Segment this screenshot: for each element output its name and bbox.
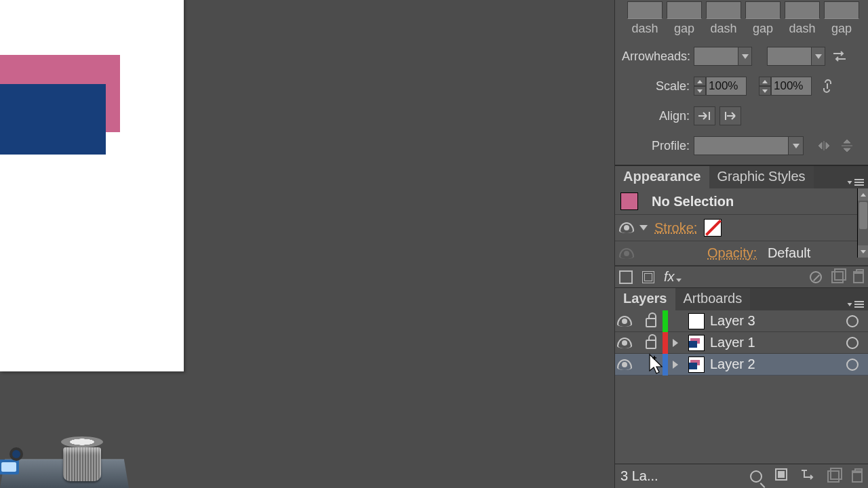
flip-along-icon[interactable]: [816, 138, 832, 154]
layer-name-label[interactable]: Layer 3: [710, 313, 846, 329]
duplicate-item-icon[interactable]: [831, 271, 844, 283]
new-layer-icon[interactable]: [827, 470, 840, 483]
swap-arrowheads-icon[interactable]: [831, 47, 848, 66]
gap-label-1: gap: [674, 22, 694, 36]
arrowheads-label: Arrowheads:: [622, 49, 690, 64]
dock-icon-trash[interactable]: [61, 434, 103, 483]
canvas-area[interactable]: [0, 0, 614, 488]
no-selection-label: No Selection: [652, 194, 734, 209]
gap-input-1[interactable]: [667, 1, 702, 19]
layer-row[interactable]: Layer 1: [615, 332, 868, 354]
layer-thumbnail: [688, 335, 705, 351]
stroke-link[interactable]: Stroke:: [654, 220, 697, 236]
layer-visibility-toggle[interactable]: [615, 338, 639, 348]
gap-label-3: gap: [831, 22, 852, 36]
tab-appearance[interactable]: Appearance: [615, 166, 709, 188]
layer-lock-toggle[interactable]: [639, 314, 663, 327]
visibility-icon[interactable]: [619, 248, 634, 259]
layer-visibility-toggle[interactable]: [615, 316, 639, 327]
scale-label: Scale:: [622, 79, 690, 94]
gap-input-2[interactable]: [745, 1, 781, 19]
profile-dropdown[interactable]: [694, 136, 804, 155]
lock-icon: [646, 318, 656, 327]
arrowhead-start-dropdown[interactable]: [694, 47, 752, 66]
opacity-value: Default: [768, 245, 810, 260]
align-label: Align:: [622, 109, 690, 123]
dock-icon-facetime[interactable]: [0, 439, 24, 483]
dash-gap-row: dash gap dash gap dash gap: [627, 1, 861, 36]
fill-swatch[interactable]: [620, 192, 638, 210]
layer-name-label[interactable]: Layer 1: [710, 335, 846, 350]
chevron-down-icon: [793, 144, 800, 148]
appearance-scrollbar[interactable]: [857, 188, 868, 258]
appearance-opacity-row[interactable]: Opacity: Default: [615, 241, 868, 266]
panel-column: dash gap dash gap dash gap Arrowheads: S…: [614, 0, 868, 488]
layer-target-icon[interactable]: [846, 337, 859, 349]
svg-rect-5: [778, 471, 785, 478]
delete-item-icon[interactable]: [853, 271, 864, 283]
locate-object-icon[interactable]: [750, 470, 762, 483]
chevron-right-icon: [673, 361, 678, 369]
dash-input-3[interactable]: [785, 1, 820, 19]
new-art-layer-icon[interactable]: [642, 271, 654, 283]
layer-target-icon[interactable]: [846, 315, 859, 327]
gap-input-3[interactable]: [824, 1, 859, 19]
layer-thumbnail: [688, 357, 705, 373]
layer-color-chip: [663, 354, 668, 375]
scale-end-stepper[interactable]: [759, 77, 771, 96]
align-arrow-end-button[interactable]: [719, 106, 741, 125]
tab-layers[interactable]: Layers: [615, 288, 675, 310]
panel-menu-icon[interactable]: [842, 298, 868, 310]
svg-point-3: [12, 450, 20, 458]
dash-label-3: dash: [789, 22, 815, 36]
scale-start-stepper[interactable]: [694, 77, 706, 96]
layers-status: 3 La...: [620, 468, 658, 484]
link-scale-icon[interactable]: [818, 77, 836, 96]
opacity-link[interactable]: Opacity:: [707, 245, 757, 260]
scale-end-field[interactable]: 100%: [771, 77, 812, 96]
clear-appearance-icon[interactable]: [810, 271, 822, 283]
delete-layer-icon[interactable]: [852, 470, 863, 483]
chevron-right-icon: [673, 339, 678, 347]
layer-row[interactable]: Layer 3: [615, 310, 868, 332]
scale-start-field[interactable]: 100%: [706, 77, 747, 96]
flip-across-icon[interactable]: [839, 138, 855, 154]
arrowhead-end-dropdown[interactable]: [767, 47, 825, 66]
chevron-down-icon: [742, 54, 749, 59]
artboard[interactable]: [0, 0, 184, 371]
panel-menu-icon[interactable]: [842, 176, 868, 188]
layers-footer: 3 La...: [615, 464, 868, 488]
new-sublayer-icon[interactable]: [800, 468, 815, 485]
trash-lid: [61, 436, 103, 447]
dash-label-1: dash: [631, 22, 658, 36]
new-art-basic-icon[interactable]: [619, 270, 633, 284]
dash-input-1[interactable]: [627, 1, 663, 19]
layer-expand-toggle[interactable]: [668, 361, 683, 369]
fx-menu[interactable]: fx: [664, 269, 680, 285]
disclosure-triangle-icon[interactable]: [639, 225, 648, 230]
layer-visibility-toggle[interactable]: [615, 359, 639, 370]
make-clipping-mask-icon[interactable]: [774, 468, 788, 485]
layer-lock-toggle[interactable]: [639, 336, 663, 349]
profile-label: Profile:: [622, 139, 690, 153]
blue-rectangle[interactable]: [0, 84, 106, 155]
layer-target-icon[interactable]: [846, 359, 859, 371]
trash-can: [63, 447, 101, 481]
visibility-icon[interactable]: [619, 222, 634, 233]
dash-input-2[interactable]: [706, 1, 741, 19]
lock-icon: [646, 340, 656, 349]
stroke-none-swatch[interactable]: [704, 219, 722, 237]
align-arrow-tip-button[interactable]: [694, 106, 715, 125]
layer-row[interactable]: Layer 2: [615, 354, 868, 375]
tab-artboards[interactable]: Artboards: [675, 288, 751, 310]
layers-list: Layer 3Layer 1Layer 2: [615, 310, 868, 375]
svg-rect-1: [1, 462, 16, 472]
appearance-panel: No Selection Stroke: Opacity: Default fx: [615, 188, 868, 287]
appearance-tab-bar: Appearance Graphic Styles: [615, 165, 868, 188]
layer-expand-toggle[interactable]: [668, 339, 683, 347]
tab-graphic-styles[interactable]: Graphic Styles: [709, 166, 814, 188]
dash-label-2: dash: [710, 22, 736, 36]
appearance-stroke-row[interactable]: Stroke:: [615, 215, 868, 241]
layer-color-chip: [663, 310, 668, 332]
layer-name-label[interactable]: Layer 2: [710, 357, 846, 372]
